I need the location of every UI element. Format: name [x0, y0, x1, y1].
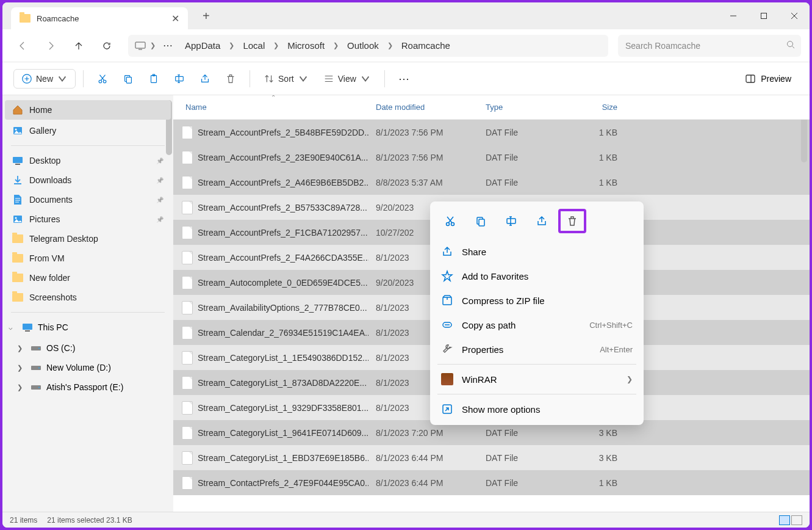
context-properties[interactable]: Properties Alt+Enter	[434, 337, 640, 361]
breadcrumb-overflow[interactable]: ⋯	[159, 40, 178, 51]
sidebar-item-home[interactable]: Home	[5, 100, 171, 120]
chevron-right-icon: ❯	[17, 364, 26, 372]
status-items: 21 items	[10, 516, 37, 525]
breadcrumb[interactable]: ❯ ⋯ AppData ❯ Local ❯ Microsoft ❯ Outloo…	[128, 35, 608, 57]
file-row[interactable]: Stream_AccountPrefs_2_5B48BFE59D2DD...8/…	[173, 120, 810, 145]
file-date: 8/1/2023 7:20 PM	[368, 428, 478, 438]
column-size[interactable]: Size	[570, 100, 625, 114]
context-cut-button[interactable]	[436, 209, 464, 233]
up-button[interactable]	[67, 34, 90, 57]
tab-roamcache[interactable]: Roamcache ✕	[11, 7, 188, 29]
sidebar-item[interactable]: Screenshots	[5, 288, 171, 307]
chevron-right-icon[interactable]: ❯	[332, 42, 340, 49]
context-share[interactable]: Share	[434, 239, 640, 264]
svg-point-12	[103, 80, 106, 83]
forward-button[interactable]	[39, 34, 62, 57]
new-button[interactable]: New	[13, 69, 76, 89]
file-size: 1 KB	[570, 478, 625, 488]
sidebar-item[interactable]: Desktop	[5, 151, 171, 170]
back-button[interactable]	[11, 34, 34, 57]
sidebar-item[interactable]: From VM	[5, 249, 171, 268]
separator	[384, 70, 385, 87]
cut-button[interactable]	[91, 70, 114, 88]
context-favorites[interactable]: Add to Favorites	[434, 264, 640, 288]
file-name: Stream_AccountPrefs_2_B57533C89A728...	[173, 201, 368, 214]
file-row[interactable]: Stream_AccountPrefs_2_A46E9B6EB5DB2...8/…	[173, 170, 810, 195]
refresh-button[interactable]	[95, 34, 118, 57]
sidebar-label: Pictures	[29, 214, 60, 224]
sidebar-item[interactable]: Telegram Desktop	[5, 229, 171, 249]
file-size: 1 KB	[570, 128, 625, 137]
window: Roamcache ✕ + ❯ ⋯ AppData ❯ Local ❯ Micr…	[2, 2, 810, 528]
details-view-button[interactable]	[779, 515, 790, 525]
divider	[11, 312, 165, 313]
preview-button[interactable]: Preview	[738, 70, 799, 88]
context-copy-path[interactable]: Copy as path Ctrl+Shift+C	[434, 313, 640, 337]
sidebar-item-drive[interactable]: ❯Atish's Passport (E:)	[5, 377, 171, 397]
search-input[interactable]: Search Roamcache	[618, 35, 801, 57]
monitor-icon[interactable]	[134, 41, 146, 51]
column-headers: ⌃ Name Date modified Type Size	[173, 95, 810, 120]
copy-button[interactable]	[117, 70, 140, 88]
home-icon	[12, 104, 23, 115]
breadcrumb-local[interactable]: Local	[238, 39, 270, 52]
sidebar-label: New folder	[29, 273, 70, 283]
paste-button[interactable]	[142, 70, 165, 88]
svg-rect-45	[479, 219, 484, 226]
chevron-right-icon[interactable]: ❯	[149, 42, 157, 49]
sort-button[interactable]: Sort	[257, 70, 315, 88]
more-button[interactable]: ⋯	[392, 68, 417, 89]
breadcrumb-microsoft[interactable]: Microsoft	[282, 39, 329, 52]
delete-button[interactable]	[219, 70, 242, 88]
breadcrumb-outlook[interactable]: Outlook	[342, 39, 384, 52]
file-date: 8/8/2023 5:37 AM	[368, 178, 478, 187]
context-copy-button[interactable]	[467, 209, 495, 233]
breadcrumb-roamcache[interactable]: Roamcache	[397, 39, 455, 52]
sidebar-item[interactable]: Documents	[5, 190, 171, 209]
sidebar-label: Atish's Passport (E:)	[46, 382, 123, 392]
svg-point-35	[38, 348, 40, 349]
column-date[interactable]: Date modified	[368, 100, 478, 114]
sidebar-item[interactable]: Pictures	[5, 209, 171, 229]
folder-icon	[12, 214, 23, 225]
maximize-button[interactable]	[749, 2, 779, 29]
sidebar-item-gallery[interactable]: Gallery	[5, 121, 171, 140]
file-name: Stream_ContactPrefs_2_47E9F044E95CA0...	[173, 476, 368, 490]
chevron-right-icon[interactable]: ❯	[272, 42, 280, 49]
icons-view-button[interactable]	[791, 515, 802, 525]
chevron-right-icon[interactable]: ❯	[228, 42, 235, 49]
new-tab-button[interactable]: +	[198, 7, 215, 26]
context-compress[interactable]: Compress to ZIP file	[434, 288, 640, 313]
column-name[interactable]: Name	[173, 100, 368, 114]
share-button[interactable]	[193, 70, 217, 88]
sidebar-item-drive[interactable]: ❯New Volume (D:)	[5, 358, 171, 377]
search-placeholder: Search Roamcache	[625, 41, 700, 51]
close-tab-icon[interactable]: ✕	[171, 13, 179, 24]
sidebar-item[interactable]: Downloads	[5, 170, 171, 190]
column-type[interactable]: Type	[478, 100, 570, 114]
chevron-right-icon[interactable]: ❯	[386, 42, 394, 49]
file-type: DAT File	[478, 128, 570, 137]
sidebar-item-drive[interactable]: ❯OS (C:)	[5, 338, 171, 358]
context-delete-button[interactable]	[558, 209, 586, 233]
view-button[interactable]: View	[317, 70, 377, 88]
shortcut: Ctrl+Shift+C	[589, 321, 633, 330]
file-name: Stream_CategoryList_1_EBD37E69E185B6...	[173, 451, 368, 465]
svg-rect-4	[135, 42, 145, 48]
file-row[interactable]: Stream_CategoryList_1_EBD37E69E185B6...8…	[173, 445, 810, 470]
file-row[interactable]: Stream_AccountPrefs_2_23E90E940C61A...8/…	[173, 145, 810, 170]
context-rename-button[interactable]	[497, 209, 525, 233]
sidebar-item-thispc[interactable]: ⌵ This PC	[5, 318, 171, 337]
context-winrar[interactable]: WinRAR ❯	[434, 367, 640, 391]
minimize-button[interactable]	[718, 2, 749, 29]
rename-button[interactable]	[168, 70, 191, 88]
file-name: Stream_Autocomplete_0_0ED659E4DCE5...	[173, 276, 368, 289]
file-row[interactable]: Stream_ContactPrefs_2_47E9F044E95CA0...8…	[173, 470, 810, 495]
file-icon	[182, 376, 193, 390]
breadcrumb-appdata[interactable]: AppData	[180, 39, 225, 52]
preview-label: Preview	[761, 74, 791, 84]
context-more-options[interactable]: Show more options	[434, 397, 640, 421]
context-share-button[interactable]	[528, 209, 556, 233]
sidebar-item[interactable]: New folder	[5, 268, 171, 288]
close-button[interactable]	[779, 2, 810, 29]
